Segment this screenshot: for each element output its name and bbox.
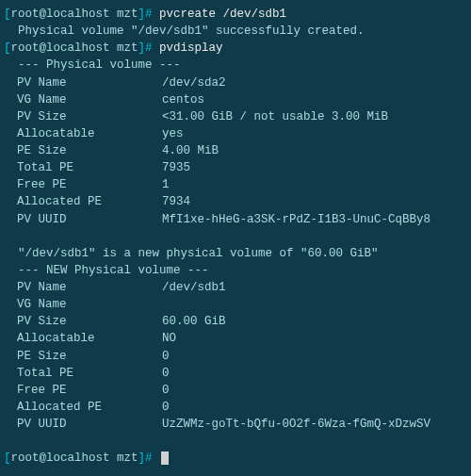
field-value: <31.00 GiB / not usable 3.00 MiB <box>162 108 388 125</box>
field-value: 60.00 GiB <box>162 313 226 330</box>
table-row: Total PE7935 <box>4 159 467 176</box>
field-value: 0 <box>162 348 170 365</box>
bracket-close: ]# <box>138 8 153 21</box>
field-value: 4.00 MiB <box>162 142 219 159</box>
table-row: PV Name/dev/sdb1 <box>4 279 467 296</box>
prompt-path: mzt <box>110 8 138 21</box>
field-label: Allocated PE <box>4 399 162 416</box>
field-label: PV Name <box>4 279 162 296</box>
section-header: --- NEW Physical volume --- <box>4 262 467 279</box>
table-row: PV Name/dev/sda2 <box>4 74 467 91</box>
field-value: 7935 <box>162 159 190 176</box>
table-row: PV UUIDUzZWMz-goTt-bQfu-0O2f-6Wza-fGmQ-x… <box>4 416 467 433</box>
bracket-open: [ <box>4 451 11 465</box>
field-value: /dev/sda2 <box>162 74 226 91</box>
field-value: 0 <box>162 399 170 416</box>
field-label: PV UUID <box>4 416 162 433</box>
field-label: PV UUID <box>4 211 162 228</box>
table-row: Free PE1 <box>4 176 467 193</box>
field-value: MfI1xe-hHeG-a3SK-rPdZ-I1B3-UnuC-CqBBy8 <box>162 211 430 228</box>
table-row: Allocated PE0 <box>4 399 467 416</box>
field-label: Allocatable <box>4 125 162 142</box>
table-row: AllocatableNO <box>4 330 467 347</box>
blank-line <box>4 433 467 450</box>
prompt-path: mzt <box>110 451 138 465</box>
prompt-user: root@localhost <box>11 451 110 465</box>
prompt-user: root@localhost <box>11 41 110 55</box>
field-label: PV Size <box>4 313 162 330</box>
table-row: Free PE0 <box>4 382 467 399</box>
field-value: NO <box>162 330 176 347</box>
field-value: 0 <box>162 382 170 399</box>
output-line: Physical volume "/dev/sdb1" successfully… <box>4 23 467 40</box>
table-row: PE Size0 <box>4 348 467 365</box>
command-text: pvdisplay <box>159 41 223 55</box>
field-value: centos <box>162 91 204 108</box>
field-label: Allocated PE <box>4 193 162 210</box>
table-row: VG Namecentos <box>4 91 467 108</box>
section-header: --- Physical volume --- <box>4 57 467 74</box>
field-label: VG Name <box>4 296 162 313</box>
prompt-line-current[interactable]: [root@localhost mzt]# <box>4 450 467 467</box>
field-label: PV Size <box>4 108 162 125</box>
field-label: Allocatable <box>4 330 162 347</box>
field-label: Total PE <box>4 159 162 176</box>
command-text: pvcreate /dev/sdb1 <box>159 8 286 21</box>
output-line: "/dev/sdb1" is a new physical volume of … <box>4 245 467 262</box>
field-label: Free PE <box>4 176 162 193</box>
prompt-line-1: [root@localhost mzt]# pvcreate /dev/sdb1 <box>4 6 467 23</box>
field-label: VG Name <box>4 91 162 108</box>
field-value: yes <box>162 125 184 142</box>
table-row: PE Size4.00 MiB <box>4 142 467 159</box>
table-row: Total PE0 <box>4 365 467 382</box>
field-label: Free PE <box>4 382 162 399</box>
field-value: /dev/sdb1 <box>162 279 226 296</box>
field-value: 0 <box>162 365 170 382</box>
cursor-icon <box>161 451 169 465</box>
table-row: Allocatableyes <box>4 125 467 142</box>
bracket-open: [ <box>4 8 11 21</box>
table-row: PV UUIDMfI1xe-hHeG-a3SK-rPdZ-I1B3-UnuC-C… <box>4 211 467 228</box>
bracket-close: ]# <box>138 41 153 55</box>
blank-line <box>4 228 467 245</box>
table-row: VG Name <box>4 296 467 313</box>
prompt-path: mzt <box>110 41 138 55</box>
prompt-line-2: [root@localhost mzt]# pvdisplay <box>4 40 467 57</box>
field-label: PE Size <box>4 142 162 159</box>
field-value: UzZWMz-goTt-bQfu-0O2f-6Wza-fGmQ-xDzwSV <box>162 416 430 433</box>
table-row: PV Size<31.00 GiB / not usable 3.00 MiB <box>4 108 467 125</box>
field-value: 1 <box>162 176 170 193</box>
prompt-user: root@localhost <box>11 8 110 21</box>
table-row: Allocated PE7934 <box>4 193 467 210</box>
field-label: Total PE <box>4 365 162 382</box>
bracket-close: ]# <box>138 451 153 465</box>
field-label: PE Size <box>4 348 162 365</box>
table-row: PV Size60.00 GiB <box>4 313 467 330</box>
field-value: 7934 <box>162 193 190 210</box>
bracket-open: [ <box>4 41 11 55</box>
field-label: PV Name <box>4 74 162 91</box>
